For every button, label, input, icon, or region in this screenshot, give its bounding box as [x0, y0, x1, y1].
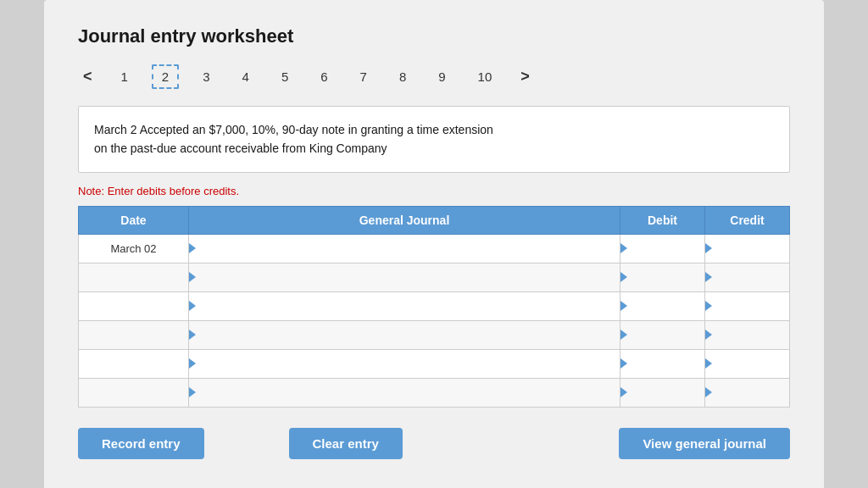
- debit-cell-0[interactable]: [620, 234, 705, 263]
- date-cell-2: [79, 291, 189, 320]
- table-row: [79, 320, 790, 349]
- credit-cell-2[interactable]: [705, 291, 790, 320]
- main-container: Journal entry worksheet < 1 2 3 4 5 6 7 …: [44, 0, 824, 488]
- pagination: < 1 2 3 4 5 6 7 8 9 10 >: [78, 64, 790, 89]
- buttons-row: Record entry Clear entry View general jo…: [78, 428, 790, 459]
- page-10[interactable]: 10: [470, 66, 501, 87]
- gj-input-2[interactable]: [189, 292, 620, 320]
- page-4[interactable]: 4: [234, 66, 258, 87]
- credit-input-4[interactable]: [705, 350, 789, 378]
- gj-cell-5[interactable]: [189, 378, 620, 407]
- debit-cell-3[interactable]: [620, 320, 705, 349]
- header-general-journal: General Journal: [189, 206, 620, 234]
- gj-cell-0[interactable]: [189, 234, 620, 263]
- next-page-button[interactable]: >: [515, 66, 535, 87]
- header-credit: Credit: [705, 206, 790, 234]
- credit-cell-0[interactable]: [705, 234, 790, 263]
- gj-input-5[interactable]: [189, 379, 620, 407]
- journal-table: Date General Journal Debit Credit March …: [78, 206, 790, 408]
- credit-input-2[interactable]: [705, 292, 789, 320]
- gj-input-4[interactable]: [189, 350, 620, 378]
- credit-input-5[interactable]: [705, 379, 789, 407]
- date-cell-3: [79, 320, 189, 349]
- view-general-journal-button[interactable]: View general journal: [619, 428, 790, 459]
- description-box: March 2 Accepted an $7,000, 10%, 90-day …: [78, 106, 790, 173]
- clear-entry-button[interactable]: Clear entry: [289, 428, 403, 459]
- credit-cell-4[interactable]: [705, 349, 790, 378]
- credit-cell-1[interactable]: [705, 263, 790, 291]
- debit-cell-1[interactable]: [620, 263, 705, 291]
- credit-cell-3[interactable]: [705, 320, 790, 349]
- table-row: [79, 378, 790, 407]
- gj-cell-2[interactable]: [189, 291, 620, 320]
- credit-input-0[interactable]: [705, 235, 789, 263]
- table-row: [79, 291, 790, 320]
- debit-cell-2[interactable]: [620, 291, 705, 320]
- page-2[interactable]: 2: [152, 64, 179, 89]
- page-6[interactable]: 6: [312, 66, 336, 87]
- debit-input-4[interactable]: [620, 350, 704, 378]
- gj-input-0[interactable]: [189, 235, 620, 263]
- credit-input-3[interactable]: [705, 321, 789, 349]
- prev-page-button[interactable]: <: [78, 66, 97, 87]
- debit-input-5[interactable]: [620, 379, 704, 407]
- gj-cell-1[interactable]: [189, 263, 620, 291]
- credit-cell-5[interactable]: [705, 378, 790, 407]
- page-9[interactable]: 9: [430, 66, 453, 87]
- header-date: Date: [79, 206, 189, 234]
- table-row: March 02: [79, 234, 790, 263]
- debit-cell-4[interactable]: [620, 349, 705, 378]
- date-cell-1: [79, 263, 189, 291]
- date-cell-4: [79, 349, 189, 378]
- page-8[interactable]: 8: [391, 66, 415, 87]
- description-text: March 2 Accepted an $7,000, 10%, 90-day …: [94, 123, 493, 155]
- debit-input-2[interactable]: [620, 292, 704, 320]
- date-cell-0: March 02: [79, 234, 189, 263]
- debit-cell-5[interactable]: [620, 378, 705, 407]
- debit-input-1[interactable]: [620, 263, 704, 291]
- page-7[interactable]: 7: [352, 66, 376, 87]
- gj-input-3[interactable]: [189, 321, 620, 349]
- gj-cell-3[interactable]: [189, 320, 620, 349]
- page-3[interactable]: 3: [194, 66, 218, 87]
- gj-input-1[interactable]: [189, 263, 620, 291]
- page-1[interactable]: 1: [113, 66, 136, 87]
- table-row: [79, 263, 790, 291]
- date-cell-5: [79, 378, 189, 407]
- note-text: Note: Enter debits before credits.: [78, 185, 790, 197]
- table-row: [79, 349, 790, 378]
- page-5[interactable]: 5: [273, 66, 297, 87]
- record-entry-button[interactable]: Record entry: [78, 428, 204, 459]
- credit-input-1[interactable]: [705, 263, 789, 291]
- debit-input-3[interactable]: [620, 321, 704, 349]
- gj-cell-4[interactable]: [189, 349, 620, 378]
- page-title: Journal entry worksheet: [78, 25, 790, 47]
- debit-input-0[interactable]: [620, 235, 704, 263]
- header-debit: Debit: [620, 206, 705, 234]
